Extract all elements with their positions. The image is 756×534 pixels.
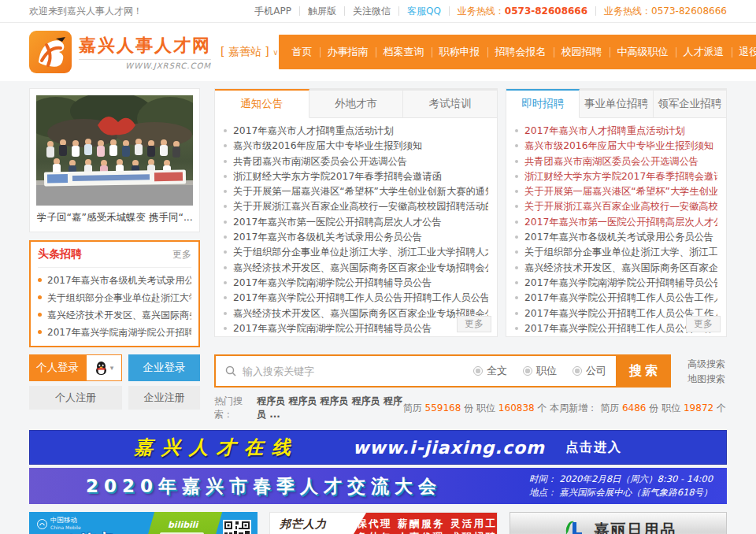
banner2-info: 时间： 2020年2月8日（周六）8:30 - 14:00 地点： 嘉兴国际会展… bbox=[529, 473, 713, 499]
notice-item[interactable]: 关于开展浙江嘉兴百家企业高校行—安徽高校校园招聘活动的通... bbox=[224, 199, 488, 214]
recruit-item[interactable]: 2017年嘉兴市各级机关考试录用公务员公告 bbox=[515, 230, 717, 245]
spring-jobfair-banner[interactable]: 2020年嘉兴市春季人才交流大会 时间： 2020年2月8日（周六）8:30 -… bbox=[29, 468, 727, 504]
advanced-search-link[interactable]: 高级搜索 bbox=[687, 357, 725, 372]
nav-archive-query[interactable]: 档案查询 bbox=[376, 45, 432, 59]
nav-dispatch[interactable]: 人才派遣 bbox=[676, 45, 732, 59]
recruit-item[interactable]: 关于开展浙江嘉兴百家企业高校行—安徽高校校园... bbox=[515, 199, 717, 214]
tab-outside-market[interactable]: 外地才市 bbox=[309, 89, 404, 118]
bangmang-services-line1: 社保代理 薪酬服务 灵活用工 bbox=[345, 517, 498, 530]
notice-tabs: 通知公告 外地才市 考试培训 bbox=[215, 89, 497, 118]
headline-more-link[interactable]: 更多 bbox=[172, 248, 191, 261]
company-register-button[interactable]: 企业注册 bbox=[128, 386, 200, 410]
link-mobile-app[interactable]: 手机APP bbox=[254, 5, 291, 18]
notice-item[interactable]: 2017年嘉兴市第一医院公开招聘高层次人才公告 bbox=[224, 215, 488, 230]
link-service-qq[interactable]: 客服QQ bbox=[407, 5, 441, 18]
recruit-item[interactable]: 2017年嘉兴市人才招聘重点活动计划 bbox=[515, 124, 717, 139]
recruit-item[interactable]: 嘉兴经济技术开发区、嘉兴国际商务区百家企业专... bbox=[515, 261, 717, 276]
personal-login-button[interactable]: 个人登录 bbox=[29, 354, 86, 381]
link-wechat[interactable]: 关注微信 bbox=[353, 5, 391, 18]
notice-item[interactable]: 2017年嘉兴市人才招聘重点活动计划 bbox=[224, 124, 488, 139]
site-logo-icon[interactable] bbox=[29, 31, 72, 73]
photo-caption[interactable]: 学子回“嘉”感受禾城蝶变 携手同“... bbox=[36, 206, 193, 225]
news-photo-card[interactable]: 学子回“嘉”感受禾城蝶变 携手同“... bbox=[29, 88, 200, 232]
login-area: 个人登录 ▾ 企业登录 bbox=[29, 354, 200, 421]
scope-fulltext-radio[interactable]: 全文 bbox=[473, 364, 507, 378]
bullet-icon bbox=[515, 144, 518, 147]
notice-item[interactable]: 嘉兴市级2016年应届大中专毕业生报到须知 bbox=[224, 139, 488, 154]
headline-jobs-list: 2017年嘉兴市各级机关考试录用公务... 关于组织部分企事业单位赴浙江大学..… bbox=[38, 268, 191, 341]
tab-instant-recruit[interactable]: 即时招聘 bbox=[506, 89, 580, 118]
bullet-icon bbox=[224, 250, 227, 254]
company-login-button[interactable]: 企业登录 bbox=[128, 354, 200, 381]
bullet-icon bbox=[38, 313, 42, 317]
nav-title-declare[interactable]: 职称申报 bbox=[432, 45, 487, 59]
headline-item[interactable]: 嘉兴经济技术开发区、嘉兴国际商务... bbox=[38, 306, 191, 324]
tab-public-institution[interactable]: 事业单位招聘 bbox=[580, 89, 653, 118]
map-search-link[interactable]: 地图搜索 bbox=[687, 372, 725, 387]
link-touch-version[interactable]: 触屏版 bbox=[308, 5, 336, 18]
notice-item[interactable]: 关于开展第一届嘉兴港区“希望杯”大学生创业创新大赛的通知 bbox=[224, 184, 488, 199]
bullet-icon bbox=[38, 330, 42, 334]
recruit-list: 2017年嘉兴市人才招聘重点活动计划 嘉兴市级2016年应届大中专毕业生报到须知… bbox=[506, 118, 726, 336]
station-selector[interactable]: [ 嘉善站 ] ∨ bbox=[220, 45, 279, 59]
notice-item[interactable]: 嘉兴经济技术开发区、嘉兴国际商务区百家企业专场招聘会公告 bbox=[224, 261, 488, 276]
notice-item[interactable]: 浙江财经大学东方学院2017年春季招聘会邀请函 bbox=[224, 169, 488, 184]
search-input[interactable] bbox=[243, 365, 458, 377]
notice-item[interactable]: 嘉兴经济技术开发区、嘉兴国际商务区百家企业专场招聘会公告 bbox=[224, 306, 488, 321]
search-area: 全文 职位 公司 搜索 高级搜索 地图搜索 热门搜索： 程序员 程序员 程序员 … bbox=[214, 354, 727, 421]
notice-more-button[interactable]: 更多 bbox=[457, 316, 491, 332]
notice-item[interactable]: 2017年嘉兴学院公开招聘工作人员公告开招聘工作人员公告开... bbox=[224, 291, 488, 306]
personal-register-button[interactable]: 个人注册 bbox=[29, 386, 122, 410]
scope-position-radio[interactable]: 职位 bbox=[523, 364, 557, 378]
main-nav: 首页 办事指南 档案查询 职称申报 招聘会报名 校园招聘 中高级职位 人才派遣 … bbox=[279, 35, 756, 69]
tab-exam-training[interactable]: 考试培训 bbox=[403, 89, 497, 118]
notice-item[interactable]: 2017年嘉兴学院南湖学院公开招聘辅导员公告 bbox=[224, 321, 488, 336]
divider bbox=[299, 6, 300, 16]
recruit-item[interactable]: 浙江财经大学东方学院2017年春季招聘会邀请函 bbox=[515, 169, 717, 184]
recruit-more-button[interactable]: 更多 bbox=[686, 316, 721, 332]
search-button[interactable]: 搜索 bbox=[616, 354, 671, 388]
tab-notices[interactable]: 通知公告 bbox=[215, 89, 309, 118]
tab-leading-company[interactable]: 领军企业招聘 bbox=[654, 89, 726, 118]
bullet-icon bbox=[224, 221, 227, 224]
nav-veteran[interactable]: 退役军人招聘 bbox=[732, 45, 756, 59]
nav-jobfair-signup[interactable]: 招聘会报名 bbox=[488, 45, 554, 59]
recruit-item[interactable]: 嘉兴市级2016年应届大中专毕业生报到须知 bbox=[515, 139, 717, 154]
headline-item[interactable]: 2017年嘉兴市各级机关考试录用公务... bbox=[38, 272, 191, 289]
site-logo-text[interactable]: 嘉兴人事人才网 WWW.JXRSRC.COM bbox=[79, 34, 211, 70]
hot-search-keywords[interactable]: 程序员 程序员 程序员 程序员 程序员 ... bbox=[257, 395, 403, 421]
scope-company-radio[interactable]: 公司 bbox=[573, 364, 606, 378]
qq-login-dropdown[interactable]: ▾ bbox=[86, 354, 122, 381]
china-mobile-ad[interactable]: 中国移动China Mobile 移动花卡 bilibili 季度会员 bbox=[29, 512, 258, 534]
recruit-item[interactable]: 共青团嘉兴市南湖区委员会公开选调公告 bbox=[515, 154, 717, 169]
headline-item[interactable]: 关于组织部分企事业单位赴浙江大学... bbox=[38, 289, 191, 306]
divider bbox=[344, 6, 345, 16]
notice-item[interactable]: 2017年嘉兴市各级机关考试录用公务员公告 bbox=[224, 230, 488, 245]
bullet-icon bbox=[224, 296, 227, 299]
nav-home[interactable]: 首页 bbox=[285, 45, 320, 59]
notice-item[interactable]: 共青团嘉兴市南湖区委员会公开选调公告 bbox=[224, 154, 488, 169]
headline-item[interactable]: 2017年嘉兴学院南湖学院公开招聘辅... bbox=[38, 324, 191, 341]
nav-campus[interactable]: 校园招聘 bbox=[554, 45, 610, 59]
bangmang-hr-ad[interactable]: 邦芒人力 50bm.com 社保代理 薪酬服务 灵活用工 业务外包 人事代理 求… bbox=[269, 512, 498, 534]
banner1-url: www.i-jiaxing.com bbox=[353, 438, 545, 458]
recruit-item[interactable]: 2017年嘉兴学院公开招聘工作人员公告工作人员... bbox=[515, 291, 717, 306]
bullet-icon bbox=[515, 312, 518, 315]
nav-guide[interactable]: 办事指南 bbox=[321, 45, 376, 59]
recruit-item[interactable]: 2017年嘉兴学院南湖学院公开招聘辅导员公告 bbox=[515, 276, 717, 291]
notice-item[interactable]: 关于组织部分企事业单位赴浙江大学、浙江工业大学招聘人才的... bbox=[224, 245, 488, 260]
recruit-item[interactable]: 关于开展第一届嘉兴港区“希望杯”大学生创业创... bbox=[515, 184, 717, 199]
site-stats: 简历 559168 份 职位 160838 个 本周新增： 简历 6486 份 … bbox=[403, 402, 726, 415]
recruit-item[interactable]: 2017年嘉兴市第一医院公开招聘高层次人才公告 bbox=[515, 215, 717, 230]
notice-panel: 通知公告 外地才市 考试培训 2017年嘉兴市人才招聘重点活动计划 嘉兴市级20… bbox=[214, 88, 498, 337]
recruit-item[interactable]: 关于组织部分企事业单位赴浙江大学、浙江工业大... bbox=[515, 245, 717, 260]
site-url: WWW.JXRSRC.COM bbox=[79, 59, 211, 70]
nav-senior-jobs[interactable]: 中高级职位 bbox=[610, 45, 676, 59]
jaly-ad[interactable]: JALY 嘉丽日用品 bbox=[510, 512, 727, 534]
jiaxing-talent-online-banner[interactable]: 嘉兴人才在线 www.i-jiaxing.com 点击进入 bbox=[29, 430, 727, 465]
search-input-wrap: 全文 职位 公司 bbox=[214, 354, 616, 388]
radio-icon bbox=[573, 366, 582, 376]
bullet-icon bbox=[224, 327, 227, 330]
bullet-icon bbox=[224, 205, 227, 208]
notice-item[interactable]: 2017年嘉兴学院南湖学院公开招聘辅导员公告 bbox=[224, 276, 488, 291]
